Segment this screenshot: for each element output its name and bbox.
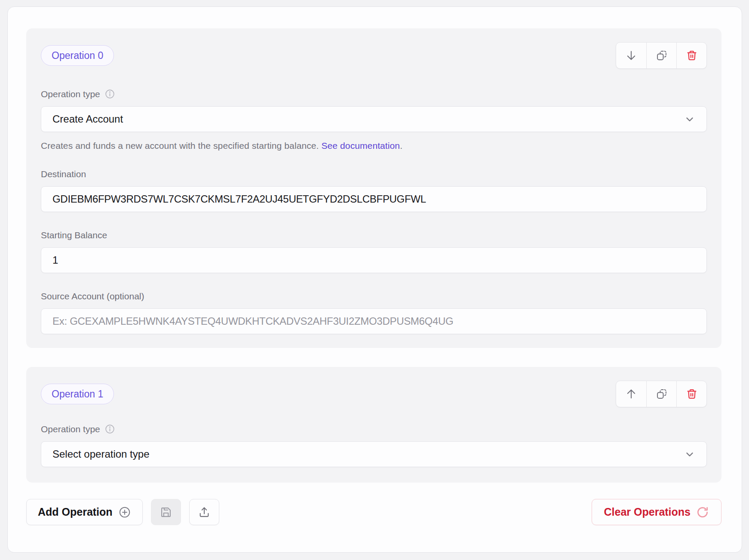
operation-description-text: Creates and funds a new account with the… [41, 141, 321, 151]
operation-type-select[interactable]: Create Account [41, 106, 707, 132]
info-icon[interactable] [104, 424, 115, 434]
add-operation-label: Add Operation [38, 506, 113, 518]
operation-type-select-value: Create Account [52, 113, 123, 125]
upload-icon [198, 506, 210, 518]
chevron-down-icon [684, 449, 695, 460]
operation-0-actions [616, 42, 707, 69]
operation-1-card: Operation 1 [26, 367, 721, 483]
move-up-button[interactable] [616, 381, 646, 407]
copy-icon [656, 388, 668, 400]
source-account-input[interactable] [41, 308, 707, 334]
destination-field-group: Destination [41, 169, 707, 212]
starting-balance-field-group: Starting Balance [41, 230, 707, 273]
chevron-down-icon [684, 114, 695, 125]
operation-description-suffix: . [400, 141, 402, 151]
operation-type-label-row: Operation type [41, 89, 707, 99]
operation-type-label: Operation type [41, 89, 100, 99]
arrow-up-icon [625, 388, 637, 400]
destination-input[interactable] [41, 186, 707, 212]
duplicate-operation-button[interactable] [646, 43, 676, 68]
operation-type-label-row: Operation type [41, 424, 707, 434]
operation-type-select-value: Select operation type [52, 448, 149, 460]
operations-footer: Add Operation [26, 499, 721, 525]
refresh-icon [696, 506, 709, 519]
source-account-label: Source Account (optional) [41, 291, 144, 302]
operation-type-label: Operation type [41, 424, 100, 434]
plus-circle-icon [118, 506, 131, 519]
move-down-button[interactable] [616, 43, 646, 68]
operation-0-card: Operation 0 [26, 28, 721, 348]
arrow-down-icon [625, 49, 637, 62]
footer-left-actions: Add Operation [26, 499, 219, 525]
clear-operations-button[interactable]: Clear Operations [592, 499, 721, 525]
copy-icon [656, 49, 668, 62]
operation-0-header: Operation 0 [41, 42, 707, 69]
transaction-operations-panel: Operation 0 [7, 6, 742, 553]
operation-type-select[interactable]: Select operation type [41, 441, 707, 467]
save-icon [160, 506, 172, 518]
duplicate-operation-button[interactable] [646, 381, 676, 407]
export-operations-button[interactable] [189, 499, 219, 525]
delete-operation-button[interactable] [676, 381, 706, 407]
clear-operations-label: Clear Operations [604, 506, 691, 518]
operation-1-badge: Operation 1 [41, 384, 114, 404]
info-icon[interactable] [104, 89, 115, 99]
destination-label: Destination [41, 169, 86, 179]
starting-balance-input[interactable] [41, 247, 707, 273]
trash-icon [686, 49, 698, 62]
operation-1-header: Operation 1 [41, 381, 707, 407]
source-account-field-group: Source Account (optional) [41, 291, 707, 334]
see-documentation-link[interactable]: See documentation [321, 141, 400, 151]
operation-0-badge: Operation 0 [41, 45, 114, 66]
delete-operation-button[interactable] [676, 43, 706, 68]
trash-icon [686, 388, 698, 400]
operation-1-actions [616, 381, 707, 407]
operation-description: Creates and funds a new account with the… [41, 141, 707, 151]
save-operations-button[interactable] [151, 499, 181, 525]
add-operation-button[interactable]: Add Operation [26, 499, 143, 525]
starting-balance-label: Starting Balance [41, 230, 107, 240]
